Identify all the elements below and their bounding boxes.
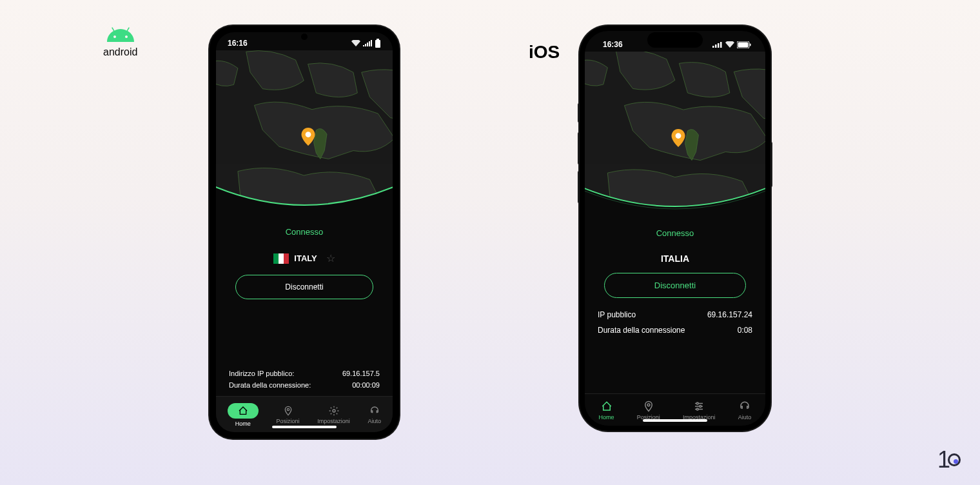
country-name: ITALY	[294, 253, 317, 263]
nav-locations[interactable]: Posizioni	[274, 404, 302, 426]
ip-label: Indirizzo IP pubblico:	[229, 370, 294, 377]
wifi-icon	[351, 40, 360, 46]
disconnect-button[interactable]: Disconnetti	[604, 273, 746, 298]
svg-point-2	[305, 132, 311, 137]
wifi-icon	[725, 41, 734, 48]
duration-label: Durata della connessione:	[229, 381, 311, 389]
gear-icon	[329, 406, 339, 416]
home-indicator[interactable]	[643, 419, 707, 422]
duration-value: 0:08	[738, 326, 752, 335]
location-pin-icon	[671, 129, 685, 147]
ios-side-button	[770, 142, 772, 187]
pin-icon	[283, 406, 293, 416]
svg-rect-6	[715, 45, 717, 48]
android-phone-mockup: 16:16	[210, 26, 399, 439]
italy-flag-icon	[273, 253, 289, 264]
ip-info-row: Indirizzo IP pubblico: 69.16.157.5	[228, 368, 381, 379]
headset-icon	[739, 401, 750, 412]
connection-status: Connesso	[286, 227, 324, 237]
dynamic-island	[647, 32, 703, 48]
country-selector[interactable]: ITALY ☆	[273, 252, 335, 264]
svg-rect-7	[718, 43, 720, 48]
nav-settings[interactable]: Impostazioni	[315, 404, 353, 426]
home-icon	[601, 401, 612, 412]
disconnect-button[interactable]: Disconnetti	[235, 275, 373, 299]
battery-icon	[737, 41, 751, 48]
favorite-star-icon[interactable]: ☆	[326, 252, 335, 264]
nav-home-label: Home	[235, 421, 251, 427]
duration-value: 00:00:09	[352, 381, 380, 389]
map-area	[216, 50, 393, 218]
svg-point-3	[287, 408, 289, 410]
ios-phone-mockup: 16:36	[580, 26, 770, 431]
svg-point-4	[333, 410, 335, 412]
home-icon	[238, 406, 248, 416]
watermark-logo: 1	[937, 446, 961, 473]
ip-label: IP pubblico	[598, 310, 636, 319]
signal-icon	[712, 41, 723, 48]
nav-help[interactable]: Aiuto	[366, 404, 384, 426]
duration-label: Durata della connessione	[598, 326, 685, 335]
watermark-dot-icon	[948, 453, 961, 466]
status-time: 16:16	[228, 39, 248, 48]
svg-rect-5	[712, 46, 714, 48]
battery-icon	[375, 39, 381, 48]
nav-home[interactable]: Home	[225, 402, 261, 428]
svg-point-17	[697, 402, 699, 404]
svg-point-18	[700, 406, 701, 408]
nav-help-label: Aiuto	[368, 418, 382, 424]
map-area	[585, 52, 765, 219]
duration-info-row: Durata della connessione 0:08	[596, 322, 754, 338]
sliders-icon	[693, 401, 705, 412]
ios-platform-label: iOS	[529, 42, 560, 63]
svg-rect-0	[375, 40, 380, 48]
headset-icon	[369, 406, 380, 416]
pin-icon	[643, 401, 654, 412]
camera-dot	[301, 34, 308, 40]
svg-point-13	[647, 404, 650, 406]
status-time: 16:36	[603, 40, 623, 49]
svg-point-19	[697, 408, 699, 410]
nav-locations-label: Posizioni	[277, 418, 300, 424]
connection-status: Connesso	[656, 228, 694, 238]
ip-info-row: IP pubblico 69.16.157.24	[596, 307, 754, 322]
location-pin-icon	[301, 128, 315, 146]
svg-rect-11	[750, 43, 751, 46]
android-robot-icon	[105, 26, 136, 44]
android-label-text: android	[103, 46, 137, 58]
ip-value: 69.16.157.5	[342, 370, 380, 377]
arc-divider	[585, 174, 765, 219]
svg-rect-10	[738, 42, 749, 47]
nav-help-label: Aiuto	[738, 414, 752, 421]
signal-icon	[363, 40, 372, 46]
nav-locations[interactable]: Posizioni	[634, 399, 663, 422]
svg-rect-8	[720, 42, 722, 48]
android-platform-label: android	[103, 26, 137, 58]
duration-info-row: Durata della connessione: 00:00:09	[228, 379, 381, 391]
home-indicator[interactable]	[272, 426, 337, 428]
svg-point-12	[676, 133, 681, 139]
nav-settings[interactable]: Impostazioni	[680, 399, 718, 422]
nav-home[interactable]: Home	[596, 399, 617, 422]
nav-help[interactable]: Aiuto	[736, 399, 754, 422]
svg-rect-1	[377, 39, 379, 40]
arc-divider	[216, 173, 393, 218]
nav-settings-label: Impostazioni	[317, 418, 350, 424]
ip-value: 69.16.157.24	[707, 310, 752, 319]
country-name[interactable]: ITALIA	[661, 253, 689, 264]
nav-home-label: Home	[599, 414, 614, 421]
